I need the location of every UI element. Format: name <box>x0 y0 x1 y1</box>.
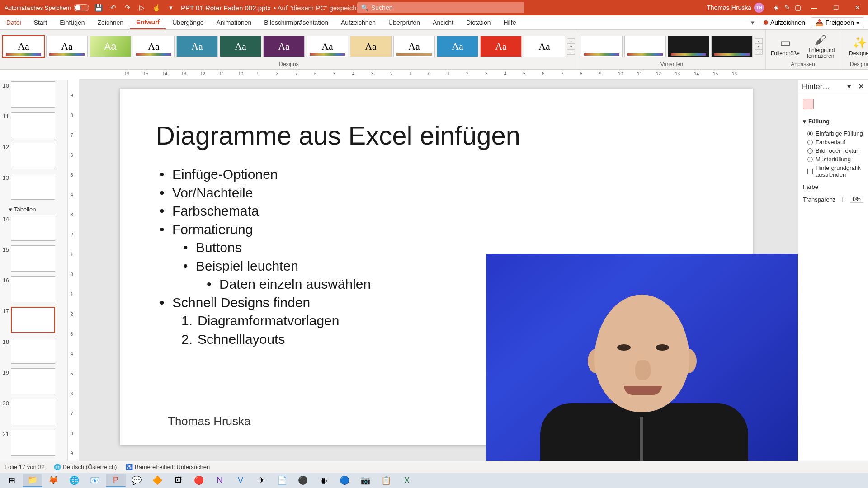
slide-bullet[interactable]: Formatierung <box>156 221 371 239</box>
app-icon[interactable]: 📋 <box>376 474 396 487</box>
slide-title[interactable]: Diagramme aus Excel einfügen <box>156 120 520 150</box>
slide-size-button[interactable]: ▭ Foliengröße <box>769 36 802 56</box>
theme-thumb[interactable]: Aa <box>133 36 175 57</box>
hide-bg-checkbox[interactable]: Hintergrundgrafik ausblenden <box>807 164 864 179</box>
minimize-button[interactable]: — <box>804 0 825 15</box>
app-icon[interactable]: 📄 <box>272 474 292 487</box>
menu-item-entwurf[interactable]: Entwurf <box>130 15 166 29</box>
paint-bucket-icon[interactable] <box>803 99 814 109</box>
transparency-input[interactable] <box>850 196 863 203</box>
app-icon[interactable]: ◉ <box>314 474 334 487</box>
window-mode-icon[interactable]: ▢ <box>793 3 803 13</box>
undo-icon[interactable]: ↶ <box>108 3 118 13</box>
taskpane-close-icon[interactable]: ✕ <box>858 82 864 91</box>
obs-icon[interactable]: ⚫ <box>293 474 313 487</box>
format-background-button[interactable]: 🖌 Hintergrund formatieren <box>804 33 837 60</box>
menu-item-start[interactable]: Start <box>28 15 54 29</box>
slide-bullet[interactable]: Schnelllayouts <box>156 330 371 349</box>
slide-thumbnail[interactable] <box>11 81 55 108</box>
menu-item-dictation[interactable]: Dictation <box>460 15 497 29</box>
toggle-icon[interactable] <box>74 4 89 11</box>
theme-thumb[interactable]: Aa <box>3 36 44 57</box>
theme-thumb[interactable]: Aa <box>480 36 522 57</box>
variant-thumb[interactable] <box>624 36 666 57</box>
firefox-icon[interactable]: 🦊 <box>43 474 63 487</box>
diamond-icon[interactable]: ◈ <box>771 3 781 13</box>
variant-thumb[interactable] <box>668 36 709 57</box>
collapse-ribbon-icon[interactable]: ▾ <box>748 18 758 28</box>
fill-solid-radio[interactable]: Einfarbige Füllung <box>807 129 864 138</box>
fill-picture-radio[interactable]: Bild- oder Texturf <box>807 146 864 155</box>
slide-bullet[interactable]: Schnell Designs finden <box>156 294 371 312</box>
close-button[interactable]: ✕ <box>847 0 868 15</box>
menu-item-animationen[interactable]: Animationen <box>210 15 258 29</box>
menu-item-aufzeichnen[interactable]: Aufzeichnen <box>335 15 382 29</box>
explorer-icon[interactable]: 📁 <box>23 474 42 487</box>
theme-thumb[interactable]: Aa <box>220 36 261 57</box>
theme-thumb[interactable]: Aa <box>176 36 218 57</box>
theme-thumb[interactable]: Aa <box>437 36 478 57</box>
slide-bullet[interactable]: Beispiel leuchten <box>156 257 371 276</box>
maximize-button[interactable]: ☐ <box>826 0 846 15</box>
app-icon[interactable]: 🖼 <box>168 474 188 487</box>
slide-thumbnail[interactable] <box>11 112 55 138</box>
qat-more-icon[interactable]: ▾ <box>166 3 176 13</box>
search-input[interactable] <box>371 4 521 11</box>
autosave-toggle[interactable]: Automatisches Speichern <box>5 4 89 11</box>
slide-canvas-area[interactable]: Diagramme aus Excel einfügen Einfüge-Opt… <box>79 80 798 471</box>
vlc-icon[interactable]: 🔶 <box>147 474 167 487</box>
theme-thumb[interactable]: Aa <box>350 36 392 57</box>
slide-thumbnail[interactable] <box>11 338 55 364</box>
language-label[interactable]: 🌐 Deutsch (Österreich) <box>54 464 117 470</box>
fill-section[interactable]: ▾ Füllung <box>798 115 868 127</box>
designer-button[interactable]: ✨ Designer <box>843 36 868 56</box>
variant-thumb[interactable] <box>581 36 623 57</box>
visio-icon[interactable]: V <box>231 474 250 487</box>
section-header[interactable]: ▾Tabellen <box>1 204 66 215</box>
theme-gallery-more[interactable]: ▴▾⋯ <box>567 38 575 55</box>
onenote-icon[interactable]: N <box>210 474 230 487</box>
menu-item-bildschirmpräsentation[interactable]: Bildschirmpräsentation <box>258 15 335 29</box>
transparency-field[interactable]: Transparenz | <box>798 193 868 206</box>
menu-item-ansicht[interactable]: Ansicht <box>426 15 460 29</box>
slide-bullet[interactable]: Farbschemata <box>156 202 371 221</box>
theme-thumb[interactable]: Aa <box>263 36 305 57</box>
app-icon[interactable]: 💬 <box>127 474 146 487</box>
outlook-icon[interactable]: 📧 <box>85 474 105 487</box>
slide-thumbnail[interactable] <box>11 399 55 425</box>
color-field[interactable]: Farbe <box>798 181 868 193</box>
slide-thumbnail[interactable] <box>11 143 55 169</box>
slide-thumbnail[interactable] <box>11 245 55 272</box>
variant-gallery-more[interactable]: ▴▾⋯ <box>755 38 763 55</box>
menu-item-einfügen[interactable]: Einfügen <box>53 15 91 29</box>
theme-thumb[interactable]: Aa <box>307 36 348 57</box>
slide-thumbnail[interactable] <box>11 430 55 456</box>
powerpoint-icon[interactable]: P <box>106 474 126 487</box>
app-icon[interactable]: 📷 <box>355 474 375 487</box>
fill-gradient-radio[interactable]: Farbverlauf <box>807 138 864 146</box>
touch-mode-icon[interactable]: ☝ <box>151 3 161 13</box>
start-button[interactable]: ⊞ <box>2 474 22 487</box>
share-button[interactable]: 📤 Freigeben ▾ <box>811 17 864 28</box>
slide-body[interactable]: Einfüge-OptionenVor/NachteileFarbschemat… <box>156 165 371 348</box>
slide-count-label[interactable]: Folie 17 von 32 <box>5 464 45 470</box>
search-box[interactable]: 🔍 <box>357 2 524 13</box>
record-button[interactable]: Aufzeichnen <box>759 17 810 28</box>
slide-thumbnail[interactable] <box>11 307 55 333</box>
chrome-icon[interactable]: 🌐 <box>64 474 84 487</box>
slide-thumbnail[interactable] <box>11 174 55 200</box>
menu-item-überprüfen[interactable]: Überprüfen <box>382 15 426 29</box>
slide-thumbnail[interactable] <box>11 368 55 394</box>
theme-thumb[interactable]: Aa <box>524 36 565 57</box>
excel-icon[interactable]: X <box>397 474 417 487</box>
redo-icon[interactable]: ↷ <box>123 3 132 13</box>
slide-thumbnail[interactable] <box>11 276 55 302</box>
from-beginning-icon[interactable]: ▷ <box>137 3 147 13</box>
app-icon[interactable]: 🔵 <box>335 474 354 487</box>
menu-item-hilfe[interactable]: Hilfe <box>497 15 522 29</box>
slide-thumbnail[interactable] <box>11 215 55 241</box>
pen-icon[interactable]: ✎ <box>782 3 792 13</box>
menu-item-datei[interactable]: Datei <box>0 15 28 29</box>
slide-thumbnail-panel[interactable]: 10111213▾Tabellen1415161718192021 <box>0 80 68 471</box>
accessibility-label[interactable]: ♿ Barrierefreiheit: Untersuchen <box>126 464 210 470</box>
